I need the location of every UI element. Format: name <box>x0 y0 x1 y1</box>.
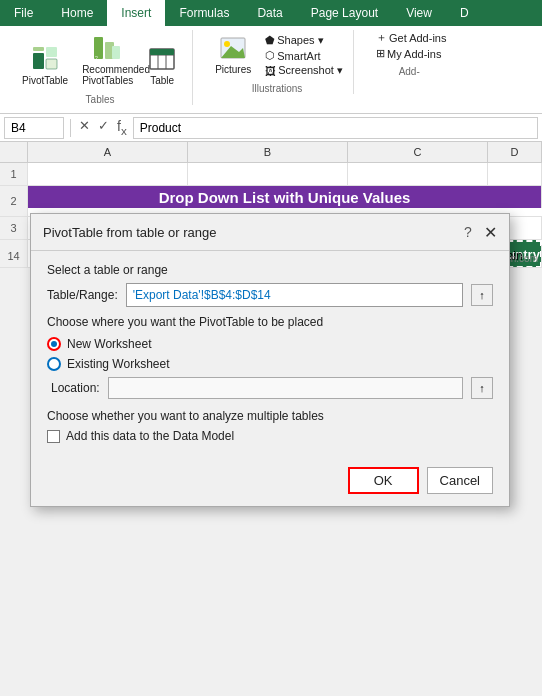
spreadsheet: 1 2 Drop Down List with Unique Values 3 … <box>0 163 542 268</box>
col-header-a: A <box>28 142 188 162</box>
get-addins-label: Get Add-ins <box>389 32 446 44</box>
dialog-footer: OK Cancel <box>31 467 509 506</box>
dialog-title-icons: ? ✕ <box>458 222 497 242</box>
existing-worksheet-radio[interactable] <box>47 357 61 371</box>
tab-file[interactable]: File <box>0 0 47 26</box>
col-header-c: C <box>348 142 488 162</box>
data-model-row: Add this data to the Data Model <box>47 429 493 443</box>
ribbon-group-addins: ＋ Get Add-ins ⊞ My Add-ins Add- <box>362 30 456 77</box>
illustrations-group-label: Illustrations <box>252 83 303 94</box>
ribbon-group-illustrations: Pictures ⬟ Shapes ▾ ⬡ SmartArt 🖼 Screens… <box>201 30 354 94</box>
ribbon-group-tables: PivotTable ? Recommended PivotTables <box>8 30 193 105</box>
tab-data[interactable]: Data <box>243 0 296 26</box>
table-range-input[interactable] <box>126 283 463 307</box>
svg-rect-1 <box>46 47 57 57</box>
location-input[interactable] <box>108 377 463 399</box>
recommended-pivot-label: Recommended PivotTables <box>82 64 132 86</box>
row-num-spacer <box>0 142 28 162</box>
addins-side: ＋ Get Add-ins ⊞ My Add-ins <box>376 30 446 60</box>
pivot-table-label: PivotTable <box>22 75 68 86</box>
insert-function-icon[interactable]: fx <box>115 117 129 138</box>
shapes-label: Shapes ▾ <box>277 34 323 47</box>
svg-rect-0 <box>33 53 44 69</box>
analyze-label: Choose whether you want to analyze multi… <box>47 409 493 423</box>
shapes-icon: ⬟ <box>265 34 275 47</box>
recommended-pivot-button[interactable]: ? Recommended PivotTables <box>78 30 136 88</box>
recommended-pivot-icon: ? <box>91 32 123 64</box>
new-worksheet-label: New Worksheet <box>67 337 151 351</box>
svg-rect-3 <box>33 47 44 51</box>
tab-insert[interactable]: Insert <box>107 0 165 26</box>
pictures-icon <box>217 32 249 64</box>
ribbon: File Home Insert Formulas Data Page Layo… <box>0 0 542 114</box>
confirm-formula-icon[interactable]: ✓ <box>96 117 111 138</box>
pictures-button[interactable]: Pictures <box>211 30 255 77</box>
tab-home[interactable]: Home <box>47 0 107 26</box>
shapes-button[interactable]: ⬟ Shapes ▾ <box>265 34 343 47</box>
tab-view[interactable]: View <box>392 0 446 26</box>
tables-group-label: Tables <box>86 94 115 105</box>
table-range-label: Table/Range: <box>47 288 118 302</box>
svg-rect-2 <box>46 59 57 69</box>
pivot-table-icon <box>29 43 61 75</box>
new-worksheet-row: New Worksheet <box>47 337 493 351</box>
existing-worksheet-label: Existing Worksheet <box>67 357 170 371</box>
table-range-row: Table/Range: ↑ <box>47 283 493 307</box>
tables-items: PivotTable ? Recommended PivotTables <box>18 30 182 88</box>
formula-bar: B4 ✕ ✓ fx Product <box>0 114 542 142</box>
svg-rect-6 <box>112 46 120 59</box>
svg-text:?: ? <box>95 55 98 61</box>
cancel-formula-icon[interactable]: ✕ <box>77 117 92 138</box>
my-addins-button[interactable]: ⊞ My Add-ins <box>376 47 446 60</box>
cancel-button[interactable]: Cancel <box>427 467 493 494</box>
location-collapse-btn[interactable]: ↑ <box>471 377 493 399</box>
dialog-title: PivotTable from table or range <box>43 225 216 240</box>
screenshot-label: Screenshot ▾ <box>278 64 343 77</box>
dialog-title-bar: PivotTable from table or range ? ✕ <box>31 214 509 251</box>
svg-point-14 <box>224 41 230 47</box>
smartart-icon: ⬡ <box>265 49 275 62</box>
get-addins-icon: ＋ <box>376 30 387 45</box>
cell-reference[interactable]: B4 <box>4 117 64 139</box>
screenshot-button[interactable]: 🖼 Screenshot ▾ <box>265 64 343 77</box>
data-model-label: Add this data to the Data Model <box>66 429 234 443</box>
table-range-collapse-btn[interactable]: ↑ <box>471 284 493 306</box>
ok-button[interactable]: OK <box>348 467 419 494</box>
dialog-help-icon[interactable]: ? <box>458 222 478 242</box>
location-label: Location: <box>51 381 100 395</box>
smartart-button[interactable]: ⬡ SmartArt <box>265 49 343 62</box>
ribbon-tab-bar: File Home Insert Formulas Data Page Layo… <box>0 0 542 26</box>
illustrations-items: Pictures ⬟ Shapes ▾ ⬡ SmartArt 🖼 Screens… <box>211 30 343 77</box>
formula-input[interactable]: Product <box>133 117 538 139</box>
tab-d[interactable]: D <box>446 0 483 26</box>
dialog-close-button[interactable]: ✕ <box>484 223 497 242</box>
col-header-d: D <box>488 142 542 162</box>
get-addins-button[interactable]: ＋ Get Add-ins <box>376 30 446 45</box>
ribbon-body: PivotTable ? Recommended PivotTables <box>0 26 542 114</box>
svg-rect-12 <box>150 49 174 55</box>
screenshot-icon: 🖼 <box>265 65 276 77</box>
smartart-label: SmartArt <box>277 50 320 62</box>
dialog-overlay: PivotTable from table or range ? ✕ Selec… <box>0 163 542 268</box>
tab-formulas[interactable]: Formulas <box>165 0 243 26</box>
existing-worksheet-row: Existing Worksheet <box>47 357 493 371</box>
formula-icons: ✕ ✓ fx <box>77 117 129 138</box>
dialog-body: Select a table or range Table/Range: ↑ C… <box>31 251 509 467</box>
pivot-table-button[interactable]: PivotTable <box>18 41 72 88</box>
my-addins-label: My Add-ins <box>387 48 441 60</box>
new-worksheet-radio[interactable] <box>47 337 61 351</box>
location-row: Location: ↑ <box>47 377 493 399</box>
row-num-14: 14 <box>0 245 28 267</box>
illustrations-side: ⬟ Shapes ▾ ⬡ SmartArt 🖼 Screenshot ▾ <box>265 34 343 77</box>
tab-page-layout[interactable]: Page Layout <box>297 0 392 26</box>
formula-divider <box>70 119 71 137</box>
select-range-label: Select a table or range <box>47 263 493 277</box>
addins-group-label: Add- <box>399 66 420 77</box>
place-pivot-label: Choose where you want the PivotTable to … <box>47 315 493 329</box>
table-icon <box>146 43 178 75</box>
col-header-b: B <box>188 142 348 162</box>
pivot-dialog: PivotTable from table or range ? ✕ Selec… <box>30 213 510 507</box>
data-model-checkbox[interactable] <box>47 430 60 443</box>
table-button[interactable]: Table <box>142 41 182 88</box>
column-headers: A B C D <box>0 142 542 163</box>
